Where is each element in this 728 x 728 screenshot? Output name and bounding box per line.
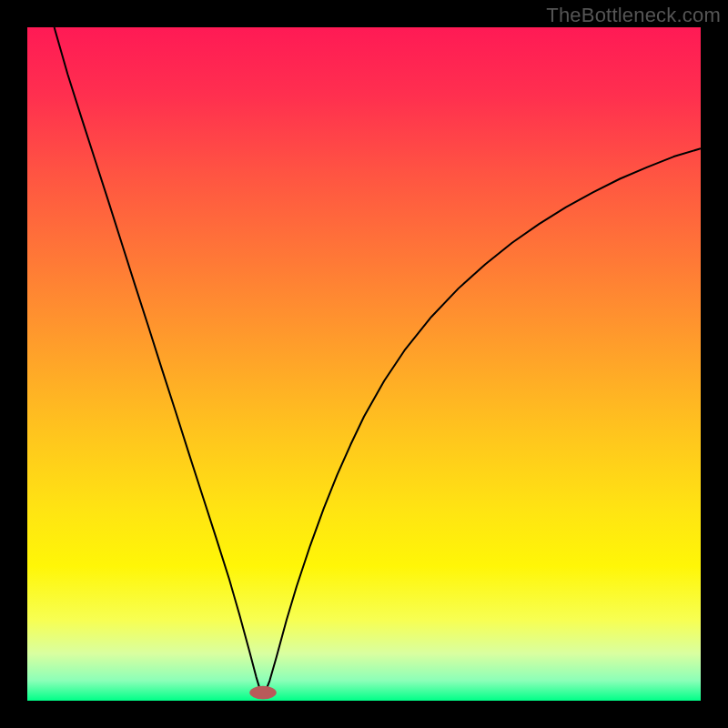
plot-area bbox=[27, 27, 701, 701]
optimal-marker bbox=[249, 686, 277, 700]
watermark-text: TheBottleneck.com bbox=[546, 4, 721, 27]
chart-container: TheBottleneck.com bbox=[0, 0, 728, 728]
chart-svg bbox=[27, 27, 701, 701]
gradient-background bbox=[27, 27, 701, 701]
